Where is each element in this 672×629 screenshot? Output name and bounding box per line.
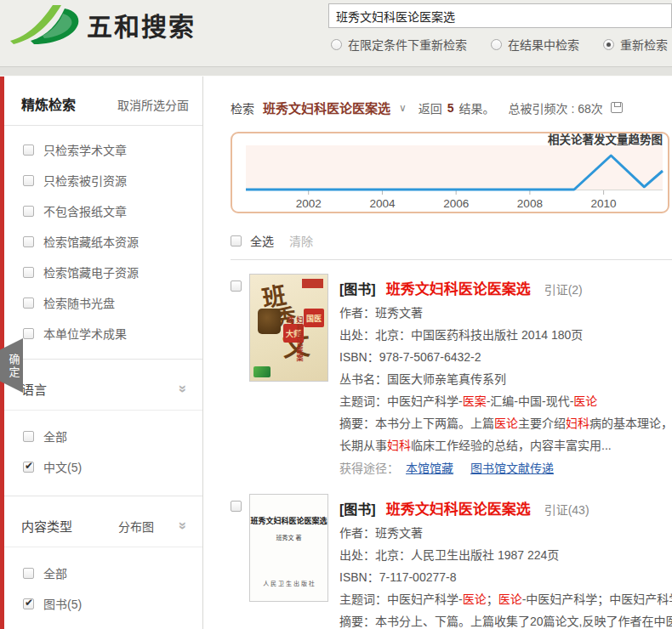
checkbox-icon[interactable] xyxy=(23,431,34,442)
result-title-link[interactable]: 班秀文妇科医论医案选 xyxy=(386,502,531,518)
radio-icon[interactable] xyxy=(491,39,502,50)
result-title-link[interactable]: 班秀文妇科医论医案选 xyxy=(386,281,531,298)
filter-checkbox-item[interactable]: 只检索被引资源 xyxy=(4,165,202,196)
refine-search-title: 精炼检索 xyxy=(21,94,76,114)
checkbox-icon[interactable] xyxy=(23,144,34,156)
filter-list: 只检索学术文章只检索被引资源不包含报纸文章检索馆藏纸本资源检索馆藏电子资源检索随… xyxy=(4,126,202,360)
result-field: 主题词：中医妇产科学-医案-汇编-中国-现代-医论 xyxy=(339,390,672,412)
field-text: ； xyxy=(487,592,498,606)
field-text: 本书分上、下篇。上篇收集了20篇论文,反映了作者在中医 xyxy=(375,615,672,628)
field-text: 中医妇产科学- xyxy=(387,394,463,408)
result-checkbox[interactable] xyxy=(231,280,242,292)
field-label: ISBN： xyxy=(339,350,379,364)
checkbox-icon[interactable] xyxy=(23,568,34,579)
field-label: 作者： xyxy=(339,306,375,320)
trend-chart: 相关论著发文量趋势图20022004200620082010 xyxy=(232,133,668,212)
radio-label: 在限定条件下重新检索 xyxy=(348,36,467,53)
radio-icon[interactable] xyxy=(603,39,614,50)
field-label: 作者： xyxy=(339,526,375,540)
field-text: 国医大师亲笔真传系列 xyxy=(387,372,506,386)
access-link[interactable]: 图书馆文献传递 xyxy=(470,462,554,475)
field-text: 7-117-00277-8 xyxy=(379,570,457,584)
double-chevron-down-icon[interactable] xyxy=(176,522,191,530)
filter-checkbox-item[interactable]: 本单位学术成果 xyxy=(4,318,202,348)
select-all-checkbox[interactable] xyxy=(231,235,242,246)
field-text: 病的基本理论，下篇 xyxy=(589,416,672,430)
result-checkbox[interactable] xyxy=(231,501,242,512)
radio-icon[interactable] xyxy=(331,39,342,50)
field-text: -中医妇产科学；中医妇产科学- xyxy=(522,592,672,606)
facet-checkbox-item[interactable]: 全部 xyxy=(4,558,202,588)
book-cover-calligraphy: 班秀文国医大师妇科医论医案选 xyxy=(250,275,327,381)
filter-checkbox-item[interactable]: 不包含报纸文章 xyxy=(4,196,202,226)
content: 精炼检索 取消所选分面 只检索学术文章只检索被引资源不包含报纸文章检索馆藏纸本资… xyxy=(0,76,672,629)
result-field: 长期从事妇科临床工作经验的总结，内容丰富实用... xyxy=(339,434,672,456)
svg-text:2002: 2002 xyxy=(296,197,322,210)
checkbox-icon[interactable] xyxy=(23,175,34,186)
radio-label: 重新检索 xyxy=(620,36,668,53)
field-label: 摘要： xyxy=(339,615,375,628)
checkbox-icon[interactable] xyxy=(23,298,34,309)
field-text-highlight: 医案 xyxy=(463,394,487,408)
checkbox-icon[interactable] xyxy=(23,462,34,473)
dropdown-caret-icon[interactable]: ∨ xyxy=(399,102,407,114)
double-chevron-down-icon[interactable] xyxy=(176,385,191,393)
filter-checkbox-item[interactable]: 检索馆藏纸本资源 xyxy=(4,226,202,257)
field-label: 出处： xyxy=(339,328,375,342)
clear-selection-link[interactable]: 清除 xyxy=(289,232,313,249)
field-text: 主要介绍 xyxy=(518,416,566,430)
query-link[interactable]: 班秀文妇科医论医案选 xyxy=(263,99,390,116)
facet-checkbox-item[interactable]: 图书(5) xyxy=(4,588,202,619)
sidebar-header: 精炼检索 取消所选分面 xyxy=(4,76,202,126)
facet-checkbox-item[interactable]: 全部 xyxy=(4,421,202,451)
book-cover-thumbnail[interactable]: 班秀文国医大师妇科医论医案选 xyxy=(249,274,328,382)
result-field: 丛书名：国医大师亲笔真传系列 xyxy=(339,368,672,390)
result-field: 主题词：中医妇产科学-医论；医论-中医妇产科学；中医妇产科学-医案 xyxy=(339,588,672,610)
cover-publisher-logo xyxy=(253,366,271,377)
result-count: 5 xyxy=(447,101,454,115)
book-cover-thumbnail[interactable]: 班秀文妇科医论医案选班秀文 著人 民 卫 生 出 版 社 xyxy=(249,494,328,602)
field-label: 主题词： xyxy=(339,592,387,606)
citation-count[interactable]: 引证(2) xyxy=(544,283,583,297)
svg-text:2008: 2008 xyxy=(517,197,543,210)
checkbox-icon[interactable] xyxy=(23,267,34,278)
access-link[interactable]: 本馆馆藏 xyxy=(406,462,453,475)
search-mode-radio[interactable]: 在结果中检索 xyxy=(491,36,579,53)
filter-checkbox-item[interactable]: 只检索学术文章 xyxy=(4,134,202,165)
svg-text:2006: 2006 xyxy=(443,197,469,210)
svg-text:2010: 2010 xyxy=(591,197,617,210)
search-mode-radio[interactable]: 在限定条件下重新检索 xyxy=(331,36,467,53)
header: 五和搜索 在限定条件下重新检索在结果中检索重新检索 xyxy=(0,0,672,66)
result-item: 班秀文妇科医论医案选班秀文 著人 民 卫 生 出 版 社[图书]班秀文妇科医论医… xyxy=(231,494,672,629)
facet-sections: 语言全部中文(5)内容类型分布图全部图书(5)期刊(1)年鉴(1)信息资讯(2)… xyxy=(4,360,202,629)
field-text-highlight: 妇科 xyxy=(387,439,411,452)
checkbox-icon[interactable] xyxy=(23,328,34,339)
facet-section-header: 内容类型分布图 xyxy=(4,496,202,547)
field-text-highlight: 医论 xyxy=(463,592,487,606)
clear-facets-link[interactable]: 取消所选分面 xyxy=(117,96,189,113)
checkbox-icon[interactable] xyxy=(23,236,34,247)
search-input[interactable] xyxy=(328,3,672,28)
filter-checkbox-item[interactable]: 检索随书光盘 xyxy=(4,287,202,318)
field-text: 长期从事 xyxy=(339,439,387,452)
citation-count[interactable]: 引证(43) xyxy=(544,503,589,517)
logo[interactable]: 五和搜索 xyxy=(5,2,196,48)
search-mode-radio[interactable]: 重新检索 xyxy=(603,36,668,53)
checkbox-icon[interactable] xyxy=(23,206,34,217)
field-label: 主题词： xyxy=(339,394,387,408)
logo-leaf-icon xyxy=(5,2,83,48)
filter-label: 检索馆藏电子资源 xyxy=(43,264,139,280)
result-title-line: [图书]班秀文妇科医论医案选引证(43) xyxy=(339,497,672,518)
svg-text:2004: 2004 xyxy=(369,197,396,210)
distribution-map-link[interactable]: 分布图 xyxy=(118,518,154,535)
facet-checkbox-item[interactable]: 中文(5) xyxy=(4,451,202,482)
result-field: 摘要：本书分上下两篇。上篇医论主要介绍妇科病的基本理论，下篇医案 xyxy=(339,412,672,434)
filter-checkbox-item[interactable]: 检索馆藏电子资源 xyxy=(4,257,202,287)
filter-label: 检索随书光盘 xyxy=(43,294,115,311)
facet-checkbox-item[interactable]: 期刊(1) xyxy=(4,619,202,629)
access-line: 获得途径：本馆馆藏图书馆文献传递 xyxy=(339,456,672,480)
results-list: 班秀文国医大师妇科医论医案选[图书]班秀文妇科医论医案选引证(2)作者：班秀文著… xyxy=(231,274,672,629)
select-all-label: 全选 xyxy=(250,232,274,249)
checkbox-icon[interactable] xyxy=(23,598,34,609)
save-icon[interactable] xyxy=(611,102,623,113)
